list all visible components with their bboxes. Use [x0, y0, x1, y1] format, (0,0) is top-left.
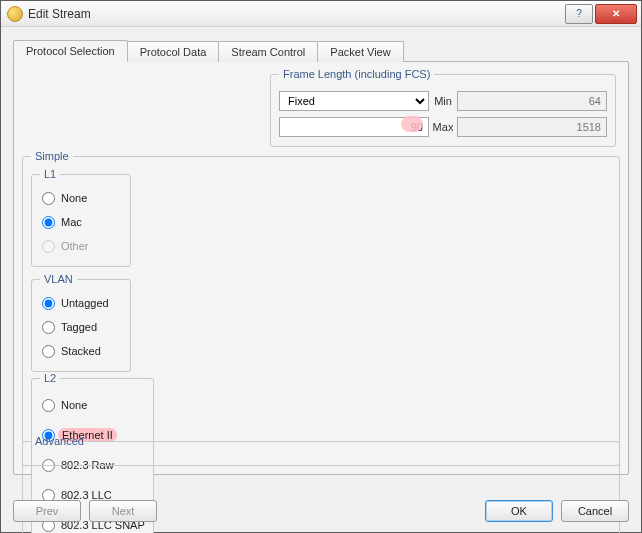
titlebar: Edit Stream ? ✕ [1, 1, 641, 27]
simple-legend: Simple [31, 150, 73, 162]
tab-panel: Frame Length (including FCS) Fixed Min M… [13, 61, 629, 475]
tab-protocol-selection[interactable]: Protocol Selection [13, 40, 128, 62]
ok-button[interactable]: OK [485, 500, 553, 522]
vlan-stacked[interactable]: Stacked [40, 339, 122, 363]
min-label: Min [429, 95, 457, 107]
vlan-legend: VLAN [40, 273, 77, 285]
tab-packet-view[interactable]: Packet View [317, 41, 403, 62]
app-icon [7, 6, 23, 22]
max-value[interactable] [457, 117, 607, 137]
advanced-group[interactable]: Advanced [22, 435, 620, 466]
cancel-button[interactable]: Cancel [561, 500, 629, 522]
simple-group: Simple L1 None Mac Other VLAN [22, 150, 620, 533]
prev-button[interactable]: Prev [13, 500, 81, 522]
l2-none[interactable]: None [40, 390, 145, 420]
frame-length-group: Frame Length (including FCS) Fixed Min M… [270, 68, 616, 147]
frame-length-mode[interactable]: Fixed [279, 91, 429, 111]
l1-other: Other [40, 234, 122, 258]
tab-stream-control[interactable]: Stream Control [218, 41, 318, 62]
advanced-legend: Advanced [31, 435, 88, 447]
dialog-footer: Prev Next OK Cancel [13, 500, 629, 522]
tab-protocol-data[interactable]: Protocol Data [127, 41, 220, 62]
next-button[interactable]: Next [89, 500, 157, 522]
vlan-tagged[interactable]: Tagged [40, 315, 122, 339]
max-label: Max [429, 121, 457, 133]
l1-mac[interactable]: Mac [40, 210, 122, 234]
vlan-untagged[interactable]: Untagged [40, 291, 122, 315]
window-title: Edit Stream [28, 7, 563, 21]
close-button[interactable]: ✕ [595, 4, 637, 24]
frame-length-legend: Frame Length (including FCS) [279, 68, 434, 80]
l1-none[interactable]: None [40, 186, 122, 210]
tab-bar: Protocol Selection Protocol Data Stream … [13, 39, 629, 61]
help-button[interactable]: ? [565, 4, 593, 24]
l2-legend: L2 [40, 372, 60, 384]
l1-group: L1 None Mac Other [31, 168, 131, 267]
frame-length-value[interactable] [279, 117, 429, 137]
min-value[interactable] [457, 91, 607, 111]
vlan-group: VLAN Untagged Tagged Stacked [31, 273, 131, 372]
l1-legend: L1 [40, 168, 60, 180]
